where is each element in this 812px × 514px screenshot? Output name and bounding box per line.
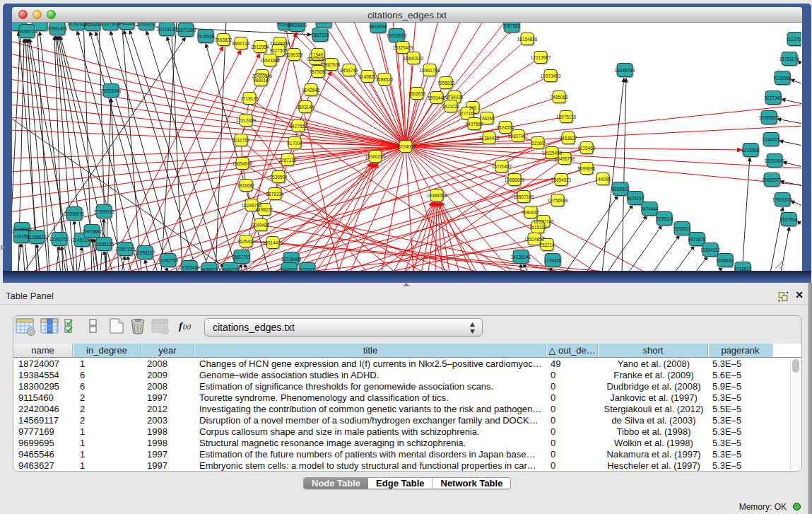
svg-text:62160: 62160	[531, 141, 544, 146]
svg-text:7857224: 7857224	[312, 33, 329, 37]
svg-text:16914479: 16914479	[263, 240, 283, 245]
svg-text:8813094: 8813094	[370, 24, 387, 29]
svg-text:1421022: 1421022	[442, 104, 460, 109]
svg-text:11156829: 11156829	[27, 235, 47, 240]
svg-text:6466160: 6466160	[118, 23, 136, 25]
svg-text:16210643: 16210643	[765, 158, 785, 163]
svg-text:12213389: 12213389	[236, 118, 257, 123]
svg-text:13495758: 13495758	[555, 156, 575, 161]
svg-text:2718120: 2718120	[241, 96, 259, 101]
svg-text:9245612: 9245612	[717, 258, 734, 263]
svg-text:10756928: 10756928	[548, 198, 568, 203]
svg-text:16648784: 16648784	[615, 68, 635, 73]
svg-text:1615112: 1615112	[529, 225, 547, 230]
svg-text:12323446: 12323446	[180, 265, 200, 270]
svg-text:881309: 881309	[316, 23, 331, 24]
svg-text:7632621: 7632621	[673, 226, 691, 231]
svg-text:10025458: 10025458	[542, 151, 563, 156]
svg-text:19384554: 19384554	[427, 193, 447, 198]
svg-text:17359936: 17359936	[94, 209, 114, 214]
svg-text:2867608: 2867608	[323, 62, 341, 67]
svg-text:1535594: 1535594	[270, 175, 288, 180]
svg-text:8958921: 8958921	[612, 187, 630, 192]
svg-text:252214: 252214	[539, 243, 555, 247]
svg-text:16120746: 16120746	[534, 219, 554, 224]
svg-text:26053346: 26053346	[101, 88, 122, 93]
svg-text:1733426: 1733426	[544, 258, 562, 263]
svg-text:8471676: 8471676	[688, 237, 706, 242]
svg-text:8427552: 8427552	[290, 124, 307, 129]
svg-text:9699695: 9699695	[578, 166, 596, 171]
svg-text:8990448: 8990448	[428, 95, 446, 100]
svg-text:8878334: 8878334	[266, 192, 284, 197]
svg-text:989014: 989014	[253, 78, 269, 83]
svg-text:8912954: 8912954	[252, 45, 269, 49]
svg-text:9146821: 9146821	[359, 74, 377, 79]
svg-text:20206576: 20206576	[64, 211, 85, 216]
svg-text:13524851: 13524851	[524, 237, 545, 242]
svg-text:746266: 746266	[479, 116, 495, 121]
svg-text:6794028: 6794028	[446, 95, 464, 100]
svg-text:17957225: 17957225	[115, 247, 136, 252]
svg-text:13325419: 13325419	[393, 45, 413, 50]
svg-text:10688609: 10688609	[505, 177, 525, 182]
svg-text:24185061: 24185061	[12, 227, 33, 232]
svg-text:3875685: 3875685	[310, 69, 327, 74]
svg-text:(x): (x)	[183, 322, 192, 331]
svg-text:13975115: 13975115	[556, 115, 576, 119]
svg-text:9242848: 9242848	[302, 88, 320, 93]
svg-text:1916682: 1916682	[237, 183, 255, 188]
svg-text:10973493: 10973493	[541, 74, 561, 78]
svg-text:1362615: 1362615	[408, 91, 426, 96]
svg-text:9115460: 9115460	[578, 146, 596, 151]
svg-text:18640910: 18640910	[404, 56, 424, 61]
svg-text:12342757: 12342757	[49, 237, 70, 242]
svg-text:16782759: 16782759	[158, 258, 179, 263]
svg-text:18724007: 18724007	[396, 144, 416, 149]
svg-text:16671355: 16671355	[176, 28, 196, 33]
svg-text:10975887: 10975887	[82, 229, 102, 234]
svg-text:10553257: 10553257	[136, 23, 157, 26]
svg-text:14055724: 14055724	[17, 29, 37, 34]
svg-text:10958107: 10958107	[135, 250, 155, 255]
svg-text:9857791: 9857791	[233, 255, 251, 259]
svg-text:10807487: 10807487	[508, 134, 529, 139]
svg-text:16033809: 16033809	[287, 23, 307, 28]
svg-text:18807249: 18807249	[514, 194, 534, 199]
svg-text:19654938: 19654938	[233, 161, 253, 166]
svg-text:4498222: 4498222	[256, 207, 273, 212]
svg-text:1010757: 1010757	[233, 138, 250, 143]
svg-text:17816504: 17816504	[772, 197, 793, 202]
svg-text:9084067: 9084067	[522, 210, 540, 215]
svg-text:16154838: 16154838	[517, 37, 538, 42]
svg-text:20691406: 20691406	[47, 26, 68, 31]
svg-text:15720407: 15720407	[492, 164, 512, 169]
svg-text:9777169: 9777169	[459, 111, 476, 116]
svg-text:9463627: 9463627	[560, 136, 577, 141]
svg-text:23226058: 23226058	[270, 41, 290, 46]
svg-text:7955812: 7955812	[437, 81, 455, 86]
svg-text:2935114: 2935114	[656, 216, 673, 221]
svg-text:144095: 144095	[595, 177, 611, 182]
svg-text:6679197: 6679197	[627, 196, 645, 201]
svg-text:14136141: 14136141	[511, 255, 531, 259]
svg-text:19218506: 19218506	[387, 33, 407, 38]
svg-text:345: 345	[469, 105, 477, 110]
svg-text:9099489: 9099489	[252, 223, 270, 228]
svg-text:16543382: 16543382	[260, 58, 281, 63]
svg-text:12093822: 12093822	[759, 115, 779, 120]
svg-text:6497568: 6497568	[466, 122, 483, 127]
svg-text:817004: 817004	[287, 141, 302, 146]
svg-text:2803144: 2803144	[297, 105, 314, 110]
svg-text:9474444: 9474444	[641, 206, 659, 211]
svg-text:9227342: 9227342	[765, 95, 782, 100]
svg-text:8215958: 8215958	[742, 148, 760, 153]
svg-text:13716485: 13716485	[281, 257, 302, 262]
svg-text:8186328: 8186328	[286, 52, 303, 57]
svg-text:8454749: 8454749	[341, 68, 358, 73]
svg-text:9129966: 9129966	[774, 76, 792, 81]
svg-text:15692571: 15692571	[762, 177, 782, 182]
svg-text:10719135: 10719135	[157, 27, 177, 32]
svg-text:21364436: 21364436	[479, 136, 500, 141]
svg-text:7485063: 7485063	[551, 95, 568, 100]
